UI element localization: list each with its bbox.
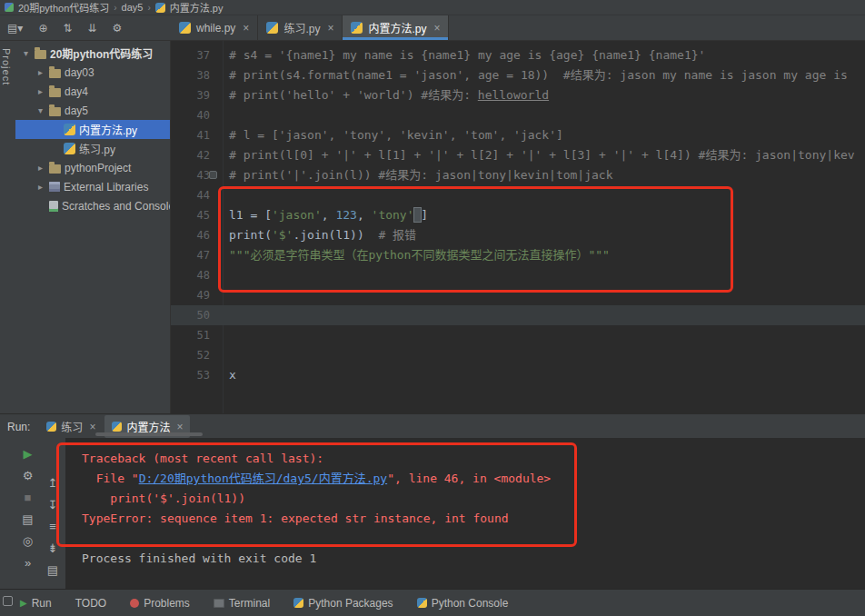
statusbar-item-run[interactable]: ▶Run xyxy=(20,597,52,610)
tree-item[interactable]: 内置方法.py xyxy=(15,120,170,139)
chevron-right-icon[interactable]: ▸ xyxy=(35,67,45,77)
hide-icon[interactable]: » xyxy=(25,557,31,569)
close-icon[interactable]: × xyxy=(89,421,95,433)
editor-line[interactable]: 42# print(l[0] + '|' + l[1] + '|' + l[2]… xyxy=(171,145,865,165)
close-icon[interactable]: × xyxy=(327,22,333,35)
line-number[interactable]: 50 xyxy=(171,305,223,325)
line-number[interactable]: 45 xyxy=(171,205,223,225)
up-stacktrace-icon[interactable]: ↥ xyxy=(48,477,58,489)
console-line: File "D:/20期python代码练习/day5/内置方法.py", li… xyxy=(82,469,865,489)
line-number[interactable]: 51 xyxy=(171,325,223,345)
line-number[interactable]: 46 xyxy=(171,225,223,245)
editor-tab[interactable]: 练习.py× xyxy=(258,15,343,40)
statusbar-item-label: Run xyxy=(32,597,52,610)
close-icon[interactable]: × xyxy=(176,421,183,433)
project-selector-icon[interactable]: ▤▾ xyxy=(7,22,23,35)
workspace-grid-icon[interactable] xyxy=(3,596,13,606)
console-line: TypeError: sequence item 1: expected str… xyxy=(82,509,865,529)
breadcrumb-item[interactable]: 20期python代码练习 xyxy=(18,0,109,15)
tool-stripe-project[interactable]: Project xyxy=(1,48,12,85)
scroll-to-end-icon[interactable]: ⇟ xyxy=(48,542,58,554)
tree-item-label: 20期python代码练习 xyxy=(50,45,153,61)
editor-line[interactable]: 41# l = ['jason', 'tony', 'kevin', 'tom'… xyxy=(171,125,865,145)
chevron-right-icon[interactable]: ▸ xyxy=(35,163,45,173)
restore-layout-icon[interactable]: ▤ xyxy=(22,513,33,525)
folder-icon xyxy=(35,50,46,59)
code-editor[interactable]: 37# s4 = '{name1} my name is {name1} my … xyxy=(171,41,865,413)
line-number[interactable]: 52 xyxy=(171,345,223,365)
editor-line[interactable]: 38# print(s4.format(name1 = 'jason', age… xyxy=(171,65,865,85)
editor-tab[interactable]: while.py× xyxy=(171,15,258,40)
statusbar-item-python-packages[interactable]: Python Packages xyxy=(293,597,393,610)
line-number[interactable]: 39 xyxy=(171,85,223,105)
tree-item[interactable]: Scratches and Consoles xyxy=(15,196,170,215)
line-number[interactable]: 48 xyxy=(171,265,223,285)
tree-item[interactable]: ▸External Libraries xyxy=(15,177,170,196)
statusbar-item-todo[interactable]: TODO xyxy=(75,597,106,610)
editor-line[interactable]: 45l1 = ['jason', 123, 'tony' ] xyxy=(171,205,865,225)
sort-icon[interactable]: ⇅ xyxy=(63,22,72,35)
stop-icon[interactable]: ■ xyxy=(25,492,32,503)
statusbar-item-terminal[interactable]: Terminal xyxy=(214,597,270,610)
python-file-icon xyxy=(112,422,122,432)
editor-line[interactable]: 47"""必须是字符串类型（在python不同数据类型之间无法直接操作）""" xyxy=(171,245,865,265)
editor-line[interactable]: 39# print('hello' + 'world') #结果为: hello… xyxy=(171,85,865,105)
breadcrumb-item[interactable]: day5 xyxy=(122,2,144,13)
chevron-down-icon[interactable]: ▾ xyxy=(21,48,31,58)
print-icon[interactable]: ▤ xyxy=(47,564,58,576)
editor-line[interactable]: 48 xyxy=(171,265,865,285)
pin-tab-icon[interactable]: ◎ xyxy=(23,535,33,547)
editor-line[interactable]: 49 xyxy=(171,285,865,305)
editor-line[interactable]: 53x xyxy=(171,365,865,385)
settings-icon[interactable]: ⚙ xyxy=(113,22,123,35)
line-number[interactable]: 38 xyxy=(171,65,223,85)
tree-item[interactable]: ▸day4 xyxy=(15,82,170,101)
stacktrace-file-link[interactable]: D:/20期python代码练习/day5/内置方法.py xyxy=(139,472,388,485)
editor-line[interactable]: 40 xyxy=(171,105,865,125)
locate-file-icon[interactable]: ⊕ xyxy=(38,22,47,35)
soft-wrap-icon[interactable]: ≡ xyxy=(49,521,56,532)
line-number[interactable]: 37 xyxy=(171,45,223,65)
close-icon[interactable]: × xyxy=(243,22,249,35)
statusbar-item-python-console[interactable]: Python Console xyxy=(417,597,509,610)
statusbar-item-label: Python Packages xyxy=(308,597,393,610)
editor-line[interactable]: 44 xyxy=(171,185,865,205)
chevron-right-icon[interactable]: ▸ xyxy=(35,182,45,192)
tree-item[interactable]: 练习.py xyxy=(15,139,170,158)
line-number[interactable]: 53 xyxy=(171,365,223,385)
line-number[interactable]: 49 xyxy=(171,285,223,305)
build-settings-icon[interactable]: ⚙ xyxy=(23,470,34,482)
editor-tab[interactable]: 内置方法.py× xyxy=(343,15,449,40)
chevron-right-icon[interactable]: ▸ xyxy=(35,86,45,96)
line-number[interactable]: 41 xyxy=(171,125,223,145)
chevron-down-icon[interactable]: ▾ xyxy=(35,105,45,115)
tree-item[interactable]: ▾day5 xyxy=(15,101,170,120)
run-tab[interactable]: 练习× xyxy=(39,415,103,438)
line-number[interactable]: 47 xyxy=(171,245,223,265)
console-text: Process finished with exit code 1 xyxy=(82,551,316,565)
editor-line[interactable]: 46print('$'.join(l1)) # 报错 xyxy=(171,225,865,245)
tree-item-label: pythonProject xyxy=(65,162,131,174)
close-icon[interactable]: × xyxy=(433,22,440,35)
tree-item-label: 内置方法.py xyxy=(79,122,137,137)
editor-line[interactable]: 51 xyxy=(171,325,865,345)
line-number[interactable]: 42 xyxy=(171,145,223,165)
editor-line[interactable]: 43# print('|'.join(l)) #结果为: jason|tony|… xyxy=(171,165,865,185)
statusbar-item-label: TODO xyxy=(75,597,106,610)
editor-line[interactable]: 52 xyxy=(171,345,865,365)
rerun-icon[interactable]: ▶ xyxy=(24,448,33,460)
editor-line[interactable]: 50 xyxy=(171,305,865,325)
line-number[interactable]: 40 xyxy=(171,105,223,125)
statusbar-item-problems[interactable]: Problems xyxy=(130,597,190,610)
horizontal-scrollbar-thumb[interactable] xyxy=(95,432,203,436)
down-stacktrace-icon[interactable]: ↧ xyxy=(48,499,58,511)
line-number[interactable]: 44 xyxy=(171,185,223,205)
tree-item[interactable]: ▸day03 xyxy=(15,63,170,82)
tree-item[interactable]: ▸pythonProject xyxy=(15,158,170,177)
run-label: Run: xyxy=(7,421,30,433)
editor-line[interactable]: 37# s4 = '{name1} my name is {name1} my … xyxy=(171,45,865,65)
tree-item[interactable]: ▾20期python代码练习 xyxy=(15,44,170,63)
code-text xyxy=(223,345,229,365)
collapse-all-icon[interactable]: ⇊ xyxy=(88,22,97,35)
breadcrumb-item[interactable]: 内置方法.py xyxy=(170,0,224,15)
